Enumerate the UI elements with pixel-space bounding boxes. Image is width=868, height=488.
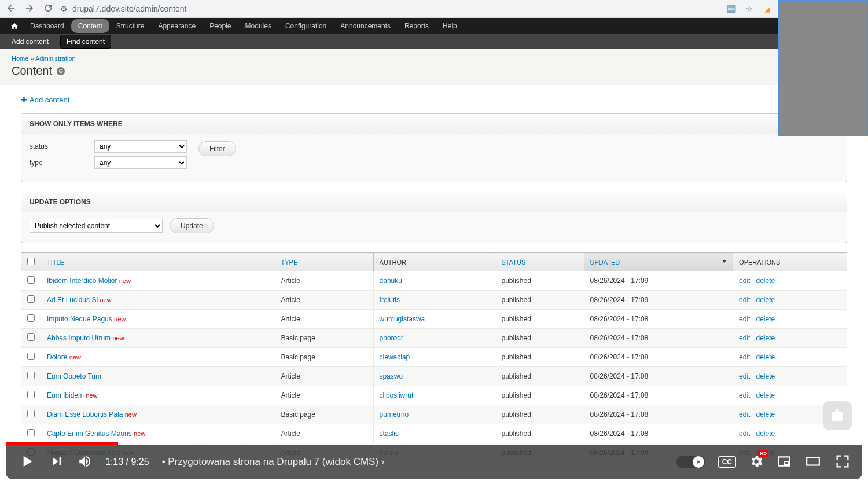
edit-link[interactable]: edit [739, 353, 750, 361]
row-type: Basic page [275, 405, 373, 424]
player-chapter-title[interactable]: • Przygotowana strona na Drupalu 7 (wido… [162, 456, 385, 468]
fullscreen-icon[interactable] [834, 453, 851, 471]
row-checkbox[interactable] [27, 410, 35, 417]
play-icon[interactable] [17, 452, 36, 472]
row-author-link[interactable]: frolutis [380, 296, 400, 304]
help-icon[interactable]: ⊖ [57, 67, 65, 75]
delete-link[interactable]: delete [756, 372, 775, 380]
row-checkbox[interactable] [27, 314, 35, 322]
captions-button[interactable]: CC [718, 456, 736, 468]
row-title-link[interactable]: Eum Ibidem [47, 391, 84, 399]
drupal-sub-toolbar: Add content Find content [0, 34, 868, 49]
row-checkbox[interactable] [27, 295, 35, 303]
toolbar-structure[interactable]: Structure [109, 19, 152, 33]
webcam-overlay [778, 0, 868, 136]
row-checkbox[interactable] [27, 333, 35, 341]
toolbar-dashboard[interactable]: Dashboard [23, 19, 71, 33]
edit-link[interactable]: edit [739, 391, 750, 399]
volume-icon[interactable] [78, 454, 93, 471]
row-checkbox[interactable] [27, 372, 35, 379]
add-content-link[interactable]: ✚ Add content [21, 96, 69, 104]
edit-link[interactable]: edit [739, 410, 750, 419]
delete-link[interactable]: delete [756, 353, 775, 361]
page-header-area: Home » Administration Content ⊖ [0, 49, 868, 85]
row-title-link[interactable]: Capto Enim Genitus Mauris [47, 430, 132, 438]
row-updated: 08/26/2024 - 17:08 [584, 405, 733, 424]
edit-link[interactable]: edit [739, 334, 750, 342]
video-watermark [823, 401, 852, 430]
update-action-select[interactable]: Publish selected content [30, 219, 163, 233]
bookmark-star-icon[interactable]: ☆ [744, 3, 755, 14]
col-author[interactable]: AUTHOR [373, 253, 495, 271]
edit-link[interactable]: edit [739, 296, 750, 304]
edit-link[interactable]: edit [739, 315, 750, 323]
site-settings-icon[interactable]: ⚙ [60, 4, 68, 13]
row-checkbox[interactable] [27, 276, 35, 284]
subtoolbar-add-content[interactable]: Add content [6, 35, 54, 48]
select-all-checkbox[interactable] [27, 258, 35, 265]
next-icon[interactable] [49, 453, 65, 471]
home-icon[interactable] [6, 22, 23, 30]
edit-link[interactable]: edit [739, 277, 750, 285]
breadcrumb-admin[interactable]: Administration [35, 55, 76, 62]
back-icon[interactable] [6, 3, 16, 15]
row-author-link[interactable]: dahuku [380, 277, 402, 285]
translate-icon[interactable]: 🔤 [726, 3, 737, 14]
filter-heading: SHOW ONLY ITEMS WHERE [21, 114, 847, 134]
row-checkbox[interactable] [27, 353, 35, 360]
settings-button[interactable]: HD [749, 454, 764, 471]
toolbar-help[interactable]: Help [436, 19, 464, 33]
row-type: Article [275, 367, 373, 386]
miniplayer-icon[interactable] [777, 454, 792, 471]
row-author-link[interactable]: staslis [380, 430, 399, 438]
row-author-link[interactable]: spaswu [380, 372, 403, 380]
row-title-link[interactable]: Ibidem Interdico Molior [47, 277, 117, 285]
toolbar-appearance[interactable]: Appearance [151, 19, 203, 33]
edit-link[interactable]: edit [739, 372, 750, 380]
row-title-link[interactable]: Imputo Neque Pagus [47, 315, 112, 323]
subtoolbar-find-content[interactable]: Find content [60, 35, 111, 49]
row-author-link[interactable]: wumugistaswa [380, 315, 425, 323]
row-author-link[interactable]: pumetriro [380, 410, 409, 419]
toolbar-content[interactable]: Content [71, 19, 109, 33]
filter-status-select[interactable]: any [94, 140, 187, 153]
url-display[interactable]: ⚙ drupal7.ddev.site/admin/content [60, 4, 719, 13]
delete-link[interactable]: delete [756, 315, 775, 323]
row-author-link[interactable]: clewaclap [380, 353, 410, 361]
toolbar-configuration[interactable]: Configuration [278, 19, 333, 33]
table-row: Eum Oppeto Tum Article spaswu published … [21, 367, 847, 386]
row-title-link[interactable]: Abbas Imputo Utrum [47, 334, 111, 342]
filter-button[interactable]: Filter [198, 141, 236, 156]
delete-link[interactable]: delete [756, 334, 775, 342]
ext1-icon[interactable]: ◢ [762, 3, 773, 14]
url-text: drupal7.ddev.site/admin/content [72, 4, 186, 13]
toolbar-people[interactable]: People [203, 19, 238, 33]
delete-link[interactable]: delete [756, 430, 775, 438]
row-title-link[interactable]: Dolore [47, 353, 67, 361]
delete-link[interactable]: delete [756, 277, 775, 285]
row-author-link[interactable]: cliposliwrut [380, 391, 414, 399]
row-author-link[interactable]: phorodr [380, 334, 403, 342]
filter-type-select[interactable]: any [94, 156, 187, 169]
row-title-link[interactable]: Eum Oppeto Tum [47, 372, 101, 380]
row-checkbox[interactable] [27, 391, 35, 398]
drupal-admin-toolbar: Dashboard Content Structure Appearance P… [0, 18, 868, 34]
row-checkbox[interactable] [27, 429, 35, 436]
filter-status-label: status [30, 142, 87, 151]
row-type: Basic page [275, 329, 373, 348]
toolbar-modules[interactable]: Modules [238, 19, 278, 33]
forward-icon[interactable] [24, 3, 35, 15]
autoplay-toggle[interactable] [676, 456, 705, 468]
delete-link[interactable]: delete [756, 391, 775, 399]
edit-link[interactable]: edit [739, 430, 750, 438]
toolbar-announcements[interactable]: Announcements [333, 19, 398, 33]
theater-icon[interactable] [804, 454, 822, 471]
row-title-link[interactable]: Diam Esse Lobortis Pala [47, 410, 123, 419]
delete-link[interactable]: delete [756, 296, 775, 304]
row-title-link[interactable]: Ad Et Lucidus Si [47, 296, 98, 304]
toolbar-reports[interactable]: Reports [398, 19, 436, 33]
breadcrumb-home[interactable]: Home [12, 55, 28, 62]
update-button[interactable]: Update [170, 218, 214, 233]
reload-icon[interactable] [43, 3, 53, 15]
delete-link[interactable]: delete [756, 410, 775, 419]
